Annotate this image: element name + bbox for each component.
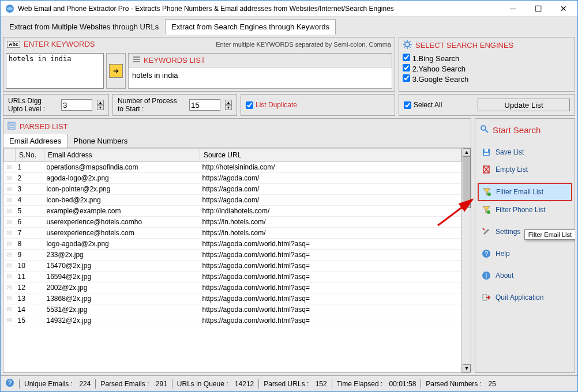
envelope-icon: ✉ bbox=[4, 304, 16, 315]
help-icon[interactable]: ? bbox=[5, 378, 14, 389]
table-row[interactable]: ✉1514932@2x.jpghttps://agoda.com/world.h… bbox=[4, 315, 461, 326]
svg-text:?: ? bbox=[485, 250, 488, 257]
cell-sno: 6 bbox=[16, 217, 44, 228]
engine-label: 3.Google Search bbox=[412, 75, 469, 84]
table-row[interactable]: ✉5example@example.comhttp://indiahotels.… bbox=[4, 206, 461, 217]
process-down[interactable]: ▼ bbox=[225, 105, 232, 110]
cell-url: https://agoda.com/ bbox=[200, 173, 461, 184]
table-row[interactable]: ✉7userexperience@hotels.comhttps://in.ho… bbox=[4, 228, 461, 239]
results-table: S.No. Email Address Source URL ✉1operati… bbox=[3, 148, 461, 326]
list-duplicate-checkbox[interactable] bbox=[246, 101, 253, 109]
envelope-icon: ✉ bbox=[4, 239, 16, 250]
keywords-list[interactable]: hotels in india bbox=[129, 67, 392, 88]
cell-sno: 4 bbox=[16, 195, 44, 206]
table-row[interactable]: ✉1operations@mapsofindia.comhttp://hotel… bbox=[4, 162, 461, 173]
engine-checkbox[interactable] bbox=[403, 64, 410, 71]
statusbar: ? Unique Emails : 224 Parsed Emails : 29… bbox=[1, 375, 577, 391]
keyword-input[interactable]: hotels in india bbox=[6, 53, 104, 89]
envelope-icon: ✉ bbox=[4, 272, 16, 282]
search-engines-panel: SELECT SEARCH ENGINES 1.Bing Search 2.Ya… bbox=[399, 37, 575, 92]
cell-url: https://agoda.com/world.html?asq= bbox=[200, 239, 461, 250]
time-label: Time Elapsed : bbox=[337, 380, 383, 388]
cell-url: https://agoda.com/world.html?asq= bbox=[200, 250, 461, 261]
side-filter-phone-button[interactable]: Filter Phone List bbox=[478, 201, 572, 218]
cell-sno: 2 bbox=[16, 173, 44, 184]
side-label: Empty List bbox=[496, 165, 528, 174]
side-help-button[interactable]: ?Help bbox=[478, 245, 572, 262]
table-row[interactable]: ✉8logo-agoda@2x.pnghttps://agoda.com/wor… bbox=[4, 239, 461, 250]
side-filter-email-button[interactable]: Filter Email List bbox=[478, 183, 572, 201]
side-save-button[interactable]: Save List bbox=[478, 144, 572, 161]
scroll-down[interactable]: ▼ bbox=[463, 364, 471, 372]
urls-queue-value: 14212 bbox=[235, 380, 254, 388]
envelope-icon: ✉ bbox=[4, 184, 16, 195]
side-empty-button[interactable]: Empty List bbox=[478, 161, 572, 178]
tab-extract-keywords[interactable]: Extract from Search Engines through Keyw… bbox=[165, 19, 336, 35]
cell-url: https://agoda.com/world.html?asq= bbox=[200, 272, 461, 282]
update-list-button[interactable]: Update List bbox=[478, 99, 570, 111]
engine-checkbox[interactable] bbox=[403, 74, 410, 82]
col-email[interactable]: Email Address bbox=[44, 149, 200, 162]
tab-label: Extract from Search Engines through Keyw… bbox=[171, 22, 329, 31]
process-input[interactable] bbox=[189, 99, 220, 111]
about-icon: i bbox=[482, 271, 491, 280]
close-button[interactable]: ✕ bbox=[551, 1, 576, 16]
filter-icon bbox=[482, 205, 491, 214]
table-row[interactable]: ✉3icon-pointer@2x.pnghttps://agoda.com/ bbox=[4, 184, 461, 195]
start-search-button[interactable]: Start Search bbox=[478, 122, 572, 141]
table-row[interactable]: ✉9233@2x.jpghttps://agoda.com/world.html… bbox=[4, 250, 461, 261]
cell-sno: 11 bbox=[16, 272, 44, 282]
side-quit-button[interactable]: Quit Application bbox=[478, 289, 572, 306]
tab-phone-numbers[interactable]: Phone Numbers bbox=[67, 134, 133, 148]
table-row[interactable]: ✉2agoda-logo@2x.pnghttps://agoda.com/ bbox=[4, 173, 461, 184]
search-icon bbox=[480, 125, 489, 135]
side-about-button[interactable]: iAbout bbox=[478, 267, 572, 284]
digg-down[interactable]: ▼ bbox=[97, 105, 104, 110]
parsed-panel: PARSED LIST Email Addreses Phone Numbers… bbox=[3, 118, 471, 373]
side-label: Save List bbox=[496, 148, 524, 156]
maximize-button[interactable]: ☐ bbox=[526, 1, 551, 16]
parsed-urls-label: Parsed URLs : bbox=[264, 380, 309, 388]
side-panel: Start Search Save ListEmpty ListFilter E… bbox=[475, 118, 575, 373]
table-row[interactable]: ✉1116594@2x.jpghttps://agoda.com/world.h… bbox=[4, 272, 461, 282]
parsed-emails-label: Parsed Emails : bbox=[100, 380, 149, 388]
unique-emails-label: Unique Emails : bbox=[24, 380, 73, 388]
envelope-icon: ✉ bbox=[4, 282, 16, 293]
tab-extract-urls[interactable]: Extract from Multiple Websites through U… bbox=[3, 19, 165, 35]
scroll-thumb[interactable] bbox=[463, 156, 471, 208]
svg-text:i: i bbox=[486, 272, 487, 279]
cell-url: https://agoda.com/world.html?asq= bbox=[200, 282, 461, 293]
envelope-icon: ✉ bbox=[4, 293, 16, 304]
envelope-icon: ✉ bbox=[4, 261, 16, 272]
keywords-list-header: KEYWORDS LIST bbox=[144, 56, 205, 65]
table-row[interactable]: ✉122002@2x.jpghttps://agoda.com/world.ht… bbox=[4, 282, 461, 293]
window-title: Web Email and Phone Extractor Pro - Extr… bbox=[18, 5, 500, 13]
digg-level-input[interactable] bbox=[61, 99, 92, 111]
tab-label: Phone Numbers bbox=[73, 137, 127, 145]
engine-label: 1.Bing Search bbox=[412, 54, 460, 63]
col-sno[interactable]: S.No. bbox=[16, 149, 44, 162]
table-row[interactable]: ✉1313868@2x.jpghttps://agoda.com/world.h… bbox=[4, 293, 461, 304]
quit-icon bbox=[482, 293, 491, 302]
select-all-checkbox[interactable] bbox=[404, 101, 411, 109]
col-url[interactable]: Source URL bbox=[200, 149, 461, 162]
svg-rect-17 bbox=[483, 295, 487, 300]
table-row[interactable]: ✉6userexperience@hotels.comhohttps://in.… bbox=[4, 217, 461, 228]
process-group: Number of Process to Start : ▲▼ bbox=[112, 94, 237, 116]
cell-sno: 1 bbox=[16, 162, 44, 173]
minimize-button[interactable]: ─ bbox=[500, 1, 526, 16]
add-keyword-button[interactable]: ➔ bbox=[109, 64, 123, 78]
engine-checkbox[interactable] bbox=[403, 54, 410, 61]
list-duplicate-label: List Duplicate bbox=[256, 101, 297, 109]
process-up[interactable]: ▲ bbox=[225, 100, 232, 105]
select-all-label: Select All bbox=[414, 101, 442, 109]
table-row[interactable]: ✉1015470@2x.jpghttps://agoda.com/world.h… bbox=[4, 261, 461, 272]
list-icon bbox=[132, 55, 141, 66]
table-row[interactable]: ✉145531@2x.jpghttps://agoda.com/world.ht… bbox=[4, 304, 461, 315]
scroll-up[interactable]: ▲ bbox=[463, 148, 471, 156]
table-row[interactable]: ✉4icon-bed@2x.pnghttps://agoda.com/ bbox=[4, 195, 461, 206]
cell-email: 15470@2x.jpg bbox=[44, 261, 200, 272]
tab-email-addresses[interactable]: Email Addreses bbox=[3, 134, 67, 148]
vertical-scrollbar[interactable]: ▲ ▼ bbox=[461, 148, 471, 372]
digg-up[interactable]: ▲ bbox=[97, 100, 104, 105]
